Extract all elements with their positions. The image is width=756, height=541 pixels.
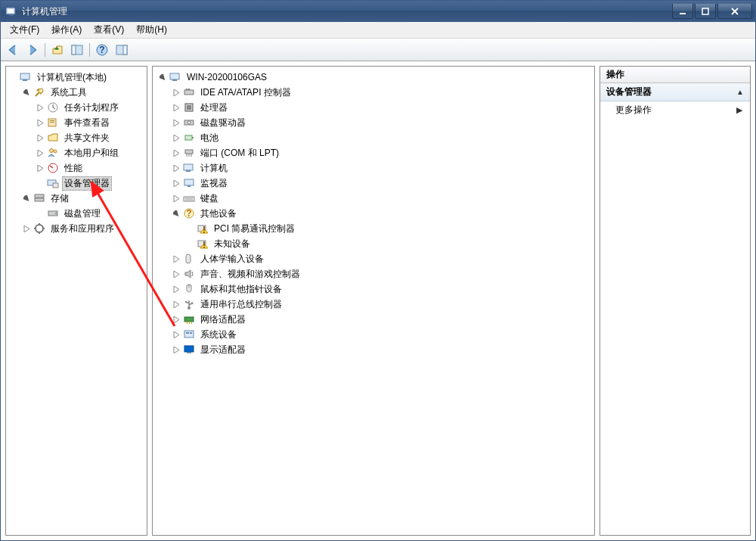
svg-rect-43 (187, 185, 191, 187)
device-unknown[interactable]: 未知设备 (212, 237, 253, 251)
expand-icon[interactable] (21, 223, 32, 234)
device-ide[interactable]: IDE ATA/ATAPI 控制器 (198, 86, 293, 100)
ide-controller-icon (183, 86, 195, 98)
device-hid[interactable]: 人体学输入设备 (198, 252, 266, 266)
close-button[interactable] (717, 4, 752, 19)
toolbar-back-button[interactable] (4, 41, 22, 59)
device-sound[interactable]: 声音、视频和游戏控制器 (198, 267, 302, 281)
collapse-icon[interactable] (21, 193, 32, 204)
collapse-section-icon[interactable]: ▲ (736, 88, 744, 96)
toolbar-forward-button[interactable] (23, 41, 42, 59)
expand-icon[interactable] (171, 269, 181, 279)
device-pci[interactable]: PCI 简易通讯控制器 (212, 222, 297, 236)
svg-rect-41 (186, 170, 191, 172)
toolbar-console-tree-button[interactable] (68, 41, 86, 59)
expand-icon[interactable] (35, 102, 45, 113)
expand-icon[interactable] (35, 132, 45, 143)
device-display[interactable]: 显示适配器 (198, 343, 248, 357)
expand-icon[interactable] (171, 163, 181, 173)
tree-shared-folders[interactable]: 共享文件夹 (62, 131, 112, 145)
expand-icon[interactable] (35, 163, 45, 173)
battery-icon (183, 132, 195, 144)
svg-rect-39 (185, 150, 193, 154)
computer-icon (169, 71, 181, 83)
expand-icon[interactable] (171, 344, 181, 355)
tree-event-viewer[interactable]: 事件查看器 (62, 116, 112, 130)
expand-icon[interactable] (171, 132, 181, 143)
actions-section-title[interactable]: 设备管理器 ▲ (600, 83, 750, 101)
toolbar-help-button[interactable]: ? (93, 41, 111, 59)
svg-rect-23 (35, 194, 44, 197)
device-network[interactable]: 网络适配器 (198, 312, 248, 327)
svg-rect-37 (185, 135, 192, 140)
expand-icon[interactable] (171, 102, 181, 113)
tree-device-manager[interactable]: 设备管理器 (62, 176, 112, 191)
svg-rect-38 (192, 137, 194, 138)
collapse-icon[interactable] (157, 72, 168, 82)
menu-view[interactable]: 查看(V) (88, 22, 130, 38)
svg-rect-31 (186, 89, 187, 90)
tree-storage[interactable]: 存储 (48, 191, 71, 206)
device-disk-drives[interactable]: 磁盘驱动器 (198, 116, 248, 130)
tree-task-scheduler[interactable]: 任务计划程序 (62, 101, 121, 115)
expand-icon[interactable] (171, 299, 181, 309)
expand-icon[interactable] (35, 148, 45, 158)
device-ports[interactable]: 端口 (COM 和 LPT) (198, 146, 281, 160)
svg-rect-64 (187, 352, 191, 353)
expand-icon[interactable] (171, 117, 181, 128)
expand-icon[interactable] (171, 329, 181, 340)
svg-rect-62 (190, 332, 192, 334)
svg-rect-51 (186, 254, 191, 263)
menu-file[interactable]: 文件(F) (4, 22, 45, 38)
device-other[interactable]: 其他设备 (198, 207, 239, 221)
toolbar-action-pane-button[interactable] (113, 41, 131, 59)
expander-blank (35, 178, 45, 188)
device-keyboard[interactable]: 键盘 (198, 191, 221, 206)
svg-rect-16 (50, 120, 54, 121)
device-tree[interactable]: WIN-20200106GAS IDE ATA/ATAPI 控制器 处理器 磁盘… (153, 67, 594, 360)
console-tree[interactable]: 计算机管理(本地) 系统工具 (6, 67, 147, 239)
svg-rect-24 (35, 198, 44, 201)
expand-icon[interactable] (171, 253, 181, 264)
device-computer[interactable]: 计算机 (198, 161, 230, 176)
computer-management-icon (20, 71, 32, 83)
svg-rect-3 (680, 13, 686, 14)
more-actions-row[interactable]: 更多操作 ▶ (600, 101, 750, 118)
toolbar-separator (45, 43, 45, 57)
tree-local-users[interactable]: 本地用户和组 (62, 146, 121, 160)
device-mouse[interactable]: 鼠标和其他指针设备 (198, 282, 284, 297)
expand-icon[interactable] (171, 148, 181, 158)
expander-blank (184, 238, 195, 249)
device-monitor[interactable]: 监视器 (198, 176, 230, 191)
toolbar-separator (89, 43, 90, 57)
menu-help[interactable]: 帮助(H) (130, 22, 173, 38)
svg-rect-17 (50, 122, 54, 123)
toolbar-up-button[interactable] (48, 41, 67, 59)
tree-disk-management[interactable]: 磁盘管理 (62, 207, 103, 221)
device-system[interactable]: 系统设备 (198, 328, 239, 342)
svg-rect-22 (53, 183, 58, 188)
tree-performance[interactable]: 性能 (62, 161, 85, 176)
svg-text:?: ? (186, 208, 191, 219)
menu-action[interactable]: 操作(A) (45, 22, 88, 38)
svg-rect-60 (184, 331, 194, 337)
more-actions-label: 更多操作 (615, 104, 652, 117)
collapse-icon[interactable] (171, 208, 181, 219)
expand-icon[interactable] (171, 87, 181, 98)
collapse-icon[interactable] (21, 87, 32, 98)
expand-icon[interactable] (171, 314, 181, 325)
tree-services-apps[interactable]: 服务和应用程序 (48, 222, 116, 236)
expand-icon[interactable] (171, 284, 181, 294)
expand-icon[interactable] (35, 117, 45, 128)
device-cpu[interactable]: 处理器 (198, 101, 230, 115)
expand-icon[interactable] (171, 178, 181, 188)
tree-root[interactable]: 计算机管理(本地) (35, 70, 109, 85)
expand-icon[interactable] (171, 193, 181, 204)
maximize-button[interactable] (695, 4, 716, 19)
device-usb[interactable]: 通用串行总线控制器 (198, 297, 284, 312)
device-root[interactable]: WIN-20200106GAS (184, 71, 269, 83)
svg-text:?: ? (99, 45, 104, 55)
tree-system-tools[interactable]: 系统工具 (48, 86, 89, 100)
device-battery[interactable]: 电池 (198, 131, 221, 145)
minimize-button[interactable] (672, 4, 693, 19)
